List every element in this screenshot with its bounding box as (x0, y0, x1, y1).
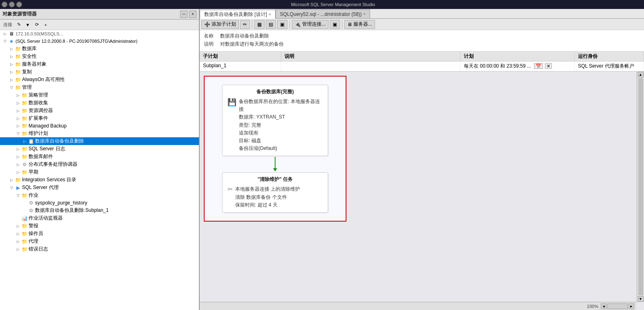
expand-icon-operators[interactable]: ▷ (15, 232, 21, 236)
tree-item-datacollect[interactable]: ▷ 📁 数据收集 (0, 99, 199, 107)
window-maximize-btn[interactable] (9, 2, 15, 7)
expand-icon-datacollect[interactable]: ▷ (15, 101, 21, 105)
zoom-slider[interactable] (607, 303, 628, 309)
expand-btn[interactable]: + (42, 21, 50, 29)
tree-item-repl[interactable]: ▷ 📁 复制 (0, 68, 199, 76)
zoom-out-btn[interactable]: ◄ (601, 303, 607, 309)
expand-icon-legacy[interactable]: ▷ (15, 170, 21, 174)
zoom-controls: ◄ ► (601, 303, 634, 309)
tree-item-error-log[interactable]: ▷ 📁 错误日志 (0, 245, 199, 253)
tab-query[interactable]: SQLQuery52.sql - ...dministrator (58)) × (276, 9, 371, 18)
tree-item-server-obj[interactable]: ▷ 📁 服务器对象 (0, 60, 199, 68)
tree-item-sql-agent[interactable]: ▽ ▶ SQL Server 代理 (0, 184, 199, 191)
tab-close-design[interactable]: × (269, 12, 271, 17)
expand-icon-db-mail[interactable]: ▷ (15, 155, 21, 159)
expand-icon-alwayson[interactable]: ▷ (8, 78, 15, 82)
expand-icon-alerts[interactable]: ▷ (15, 224, 21, 228)
tree-item-alwayson[interactable]: ▷ 📁 AlwaysOn 高可用性 (0, 76, 199, 84)
tree-item-db-mail[interactable]: ▷ 📁 数据库邮件 (0, 153, 199, 160)
tree-label-repl: 复制 (22, 68, 32, 75)
tree-item-mgmt[interactable]: ▽ 📁 管理 (0, 84, 199, 91)
expand-icon-maint-plan[interactable]: ▽ (15, 132, 21, 136)
tree-item-maint-plan[interactable]: ▽ 📁 维护计划 (0, 130, 199, 137)
list-btn[interactable]: ▤ (266, 20, 276, 29)
expand-icon-proxies[interactable]: ▷ (15, 240, 21, 244)
box-icon: ▣ (280, 22, 285, 27)
tree-item-job1[interactable]: ⚙ syspolicy_purge_history (0, 199, 199, 207)
tree-item-sqlserver-log[interactable]: ▷ 📁 SQL Server 日志 (0, 145, 199, 153)
new-query-btn[interactable]: ✎ (15, 21, 23, 29)
panel-pin-btn[interactable]: ─ (180, 11, 187, 18)
tree-item-job-activity[interactable]: 📊 作业活动监视器 (0, 214, 199, 222)
scroll-thumb[interactable] (638, 78, 643, 295)
tree-item-dist-trans[interactable]: ▷ ⚙ 分布式事务处理协调器 (0, 160, 199, 168)
expand-icon-extevent[interactable]: ▷ (15, 117, 21, 121)
tree-item-is[interactable]: ▷ 📁 Integration Services 目录 (0, 176, 199, 184)
design-canvas[interactable]: 备份数据库(完整) 💾 备份数据库所在的位置: 本地服务器连接 数据库: YXT… (200, 72, 644, 310)
tree-item-resmonitor[interactable]: ▷ 📁 资源调控器 (0, 107, 199, 114)
schedule-calendar-btn[interactable]: 📅 (534, 63, 543, 69)
window-minimize-btn[interactable] (2, 2, 7, 7)
tree-item-alerts[interactable]: ▷ 📁 警报 (0, 222, 199, 230)
expand-icon-dist-trans[interactable]: ▷ (15, 163, 21, 167)
tree-item-proxies[interactable]: ▷ 📁 代理 (0, 237, 199, 245)
tree-item-sql[interactable]: ▽ ■ (SQL Server 12.0.2000.8 - PC-2019070… (0, 37, 199, 45)
expand-icon-policy[interactable]: ▷ (15, 93, 21, 97)
scroll-down-btn[interactable]: ▼ (638, 296, 644, 302)
tree-item-ip[interactable]: ▷ 🖥 172.16.0.50(MSSQLS... (0, 30, 199, 37)
tree-label-dist-trans: 分布式事务处理协调器 (29, 161, 77, 168)
edit-btn[interactable]: ✏ (240, 20, 250, 29)
box-btn[interactable]: ▣ (277, 20, 287, 29)
expand-icon-sqlserver-log[interactable]: ▷ (15, 147, 21, 151)
plan-name-row: 名称 数据库自动备份及删除 (204, 33, 640, 40)
tree-item-jobs[interactable]: ▽ 📁 作业 (0, 191, 199, 199)
window-close-btn[interactable] (16, 2, 22, 7)
vertical-scrollbar[interactable]: ▲ ▼ (637, 72, 644, 302)
grid-btn[interactable]: ▦ (254, 20, 265, 29)
folder-icon-maint-plan: 📁 (21, 130, 28, 137)
backup-task-lines: 备份数据库所在的位置: 本地服务器连接 数据库: YXTRAN_ST 类型: 完… (239, 98, 323, 152)
filter-btn[interactable]: ▼ (24, 21, 32, 29)
manage-conn-btn[interactable]: 🔌 管理连接... (292, 20, 329, 29)
extra-btn[interactable]: ▣ (330, 20, 340, 29)
tree-label-resmonitor: 资源调控器 (29, 107, 53, 114)
tree-item-extevent[interactable]: ▷ 📁 扩展事件 (0, 114, 199, 122)
expand-icon-server-obj[interactable]: ▷ (8, 62, 15, 66)
tree-item-db[interactable]: ▷ 📁 数据库 (0, 45, 199, 53)
expand-icon-ip[interactable]: ▷ (2, 32, 8, 36)
cleanup-line-1: 本地服务器连接 上的清除维护 (235, 185, 300, 193)
expand-icon-sql-agent[interactable]: ▽ (8, 186, 15, 190)
tab-close-query[interactable]: × (364, 12, 366, 16)
expand-icon-is[interactable]: ▷ (8, 178, 15, 182)
add-subplan-btn[interactable]: ➕ 添加子计划 (201, 20, 239, 29)
expand-icon-error-log[interactable]: ▷ (15, 247, 21, 251)
scroll-up-btn[interactable]: ▲ (638, 72, 644, 77)
servers-btn[interactable]: 🖥 服务器... (344, 20, 375, 29)
expand-icon-sql[interactable]: ▽ (2, 39, 8, 43)
schedule-delete-btn[interactable]: ✕ (545, 63, 552, 69)
arrow-head (273, 168, 277, 171)
tree-item-db-auto-backup[interactable]: ▷ 📋 数据库自动备份及删除 (0, 137, 199, 145)
expand-icon-repl[interactable]: ▷ (8, 70, 15, 74)
subplan-row-1[interactable]: Subplan_1 每天在 00:00:00 和 23:59:59 ... 📅 … (200, 62, 644, 71)
tree-item-operators[interactable]: ▷ 📁 操作员 (0, 230, 199, 237)
folder-icon-alwayson: 📁 (15, 77, 21, 83)
expand-icon-db[interactable]: ▷ (8, 47, 15, 51)
tree-item-security[interactable]: ▷ 📁 安全性 (0, 53, 199, 60)
backup-task-box[interactable]: 备份数据库(完整) 💾 备份数据库所在的位置: 本地服务器连接 数据库: YXT… (222, 85, 328, 156)
panel-collapse-btn[interactable]: × (189, 11, 196, 18)
expand-icon-resmonitor[interactable]: ▷ (15, 109, 21, 113)
tree-item-job2[interactable]: ⚙ 数据库自动备份及删除.Subplan_1 (0, 207, 199, 214)
tree-item-legacy[interactable]: ▷ 📁 早期 (0, 168, 199, 176)
expand-icon-jobs[interactable]: ▽ (15, 193, 21, 198)
tree-item-managed-backup[interactable]: ▷ 📁 Managed Backup (0, 122, 199, 130)
expand-icon-managed-backup[interactable]: ▷ (15, 124, 21, 128)
expand-icon-mgmt[interactable]: ▽ (8, 86, 15, 90)
expand-icon-security[interactable]: ▷ (8, 55, 15, 59)
tree-item-policy[interactable]: ▷ 📁 策略管理 (0, 91, 199, 99)
expand-icon-db-auto-backup[interactable]: ▷ (21, 139, 28, 143)
zoom-in-btn[interactable]: ► (629, 303, 634, 309)
tab-design[interactable]: 数据库自动备份及删除 [设计] × (200, 10, 276, 19)
refresh-btn[interactable]: ⟳ (33, 21, 41, 29)
cleanup-task-box[interactable]: "清除维护" 任务 ✂ 本地服务器连接 上的清除维护 清除 数据库备份 个文件 … (222, 172, 328, 213)
